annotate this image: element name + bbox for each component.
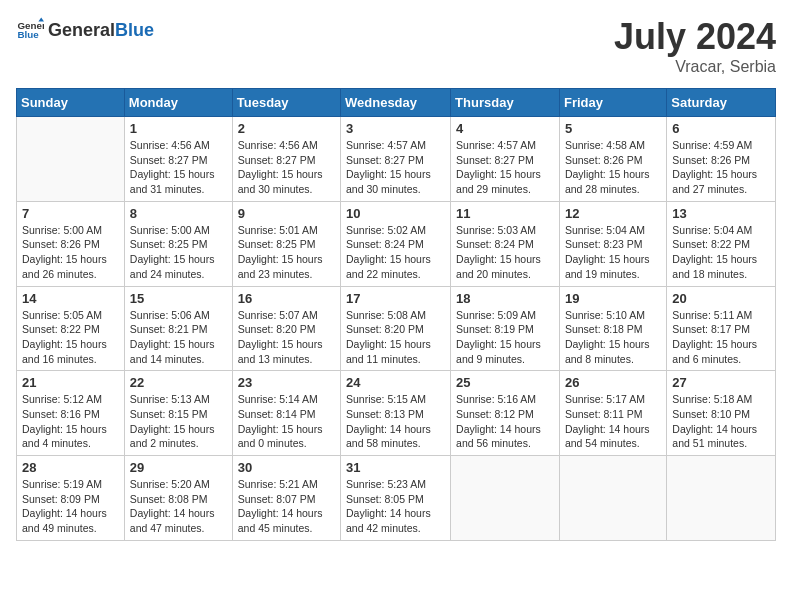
calendar-weekday-header: Tuesday <box>232 89 340 117</box>
calendar-day-cell: 26Sunrise: 5:17 AM Sunset: 8:11 PM Dayli… <box>559 371 666 456</box>
calendar-day-cell: 25Sunrise: 5:16 AM Sunset: 8:12 PM Dayli… <box>451 371 560 456</box>
day-number: 9 <box>238 206 335 221</box>
calendar-week-row: 28Sunrise: 5:19 AM Sunset: 8:09 PM Dayli… <box>17 456 776 541</box>
day-number: 23 <box>238 375 335 390</box>
calendar-day-cell: 30Sunrise: 5:21 AM Sunset: 8:07 PM Dayli… <box>232 456 340 541</box>
calendar-day-cell <box>17 117 125 202</box>
calendar-day-cell: 6Sunrise: 4:59 AM Sunset: 8:26 PM Daylig… <box>667 117 776 202</box>
day-info: Sunrise: 5:12 AM Sunset: 8:16 PM Dayligh… <box>22 392 119 451</box>
calendar-day-cell: 17Sunrise: 5:08 AM Sunset: 8:20 PM Dayli… <box>341 286 451 371</box>
day-info: Sunrise: 4:57 AM Sunset: 8:27 PM Dayligh… <box>346 138 445 197</box>
calendar-day-cell: 29Sunrise: 5:20 AM Sunset: 8:08 PM Dayli… <box>124 456 232 541</box>
day-info: Sunrise: 5:02 AM Sunset: 8:24 PM Dayligh… <box>346 223 445 282</box>
day-number: 5 <box>565 121 661 136</box>
day-number: 7 <box>22 206 119 221</box>
calendar-day-cell: 15Sunrise: 5:06 AM Sunset: 8:21 PM Dayli… <box>124 286 232 371</box>
day-number: 10 <box>346 206 445 221</box>
calendar-weekday-header: Monday <box>124 89 232 117</box>
title-block: July 2024 Vracar, Serbia <box>614 16 776 76</box>
day-info: Sunrise: 5:06 AM Sunset: 8:21 PM Dayligh… <box>130 308 227 367</box>
day-info: Sunrise: 5:20 AM Sunset: 8:08 PM Dayligh… <box>130 477 227 536</box>
calendar-day-cell: 18Sunrise: 5:09 AM Sunset: 8:19 PM Dayli… <box>451 286 560 371</box>
calendar-day-cell: 20Sunrise: 5:11 AM Sunset: 8:17 PM Dayli… <box>667 286 776 371</box>
day-info: Sunrise: 5:00 AM Sunset: 8:26 PM Dayligh… <box>22 223 119 282</box>
calendar-weekday-header: Sunday <box>17 89 125 117</box>
calendar-day-cell: 12Sunrise: 5:04 AM Sunset: 8:23 PM Dayli… <box>559 201 666 286</box>
calendar-header-row: SundayMondayTuesdayWednesdayThursdayFrid… <box>17 89 776 117</box>
day-number: 15 <box>130 291 227 306</box>
day-info: Sunrise: 4:56 AM Sunset: 8:27 PM Dayligh… <box>130 138 227 197</box>
day-number: 29 <box>130 460 227 475</box>
logo-general-text: General <box>48 20 115 41</box>
calendar-day-cell: 31Sunrise: 5:23 AM Sunset: 8:05 PM Dayli… <box>341 456 451 541</box>
day-number: 24 <box>346 375 445 390</box>
day-info: Sunrise: 5:07 AM Sunset: 8:20 PM Dayligh… <box>238 308 335 367</box>
day-info: Sunrise: 5:17 AM Sunset: 8:11 PM Dayligh… <box>565 392 661 451</box>
location-subtitle: Vracar, Serbia <box>614 58 776 76</box>
page-header: General Blue GeneralBlue July 2024 Vraca… <box>16 16 776 76</box>
day-info: Sunrise: 5:08 AM Sunset: 8:20 PM Dayligh… <box>346 308 445 367</box>
day-info: Sunrise: 5:10 AM Sunset: 8:18 PM Dayligh… <box>565 308 661 367</box>
calendar-day-cell: 2Sunrise: 4:56 AM Sunset: 8:27 PM Daylig… <box>232 117 340 202</box>
calendar-day-cell: 3Sunrise: 4:57 AM Sunset: 8:27 PM Daylig… <box>341 117 451 202</box>
month-year-title: July 2024 <box>614 16 776 58</box>
day-number: 13 <box>672 206 770 221</box>
calendar-day-cell: 21Sunrise: 5:12 AM Sunset: 8:16 PM Dayli… <box>17 371 125 456</box>
day-number: 2 <box>238 121 335 136</box>
day-info: Sunrise: 4:59 AM Sunset: 8:26 PM Dayligh… <box>672 138 770 197</box>
day-info: Sunrise: 5:03 AM Sunset: 8:24 PM Dayligh… <box>456 223 554 282</box>
calendar-day-cell: 1Sunrise: 4:56 AM Sunset: 8:27 PM Daylig… <box>124 117 232 202</box>
day-info: Sunrise: 5:16 AM Sunset: 8:12 PM Dayligh… <box>456 392 554 451</box>
calendar-day-cell: 8Sunrise: 5:00 AM Sunset: 8:25 PM Daylig… <box>124 201 232 286</box>
day-number: 30 <box>238 460 335 475</box>
day-number: 21 <box>22 375 119 390</box>
logo: General Blue GeneralBlue <box>16 16 154 44</box>
day-info: Sunrise: 5:01 AM Sunset: 8:25 PM Dayligh… <box>238 223 335 282</box>
day-info: Sunrise: 5:13 AM Sunset: 8:15 PM Dayligh… <box>130 392 227 451</box>
day-number: 19 <box>565 291 661 306</box>
day-number: 26 <box>565 375 661 390</box>
calendar-day-cell: 22Sunrise: 5:13 AM Sunset: 8:15 PM Dayli… <box>124 371 232 456</box>
day-info: Sunrise: 5:14 AM Sunset: 8:14 PM Dayligh… <box>238 392 335 451</box>
logo-blue-text: Blue <box>115 20 154 41</box>
calendar-day-cell: 14Sunrise: 5:05 AM Sunset: 8:22 PM Dayli… <box>17 286 125 371</box>
calendar-day-cell: 28Sunrise: 5:19 AM Sunset: 8:09 PM Dayli… <box>17 456 125 541</box>
day-info: Sunrise: 5:11 AM Sunset: 8:17 PM Dayligh… <box>672 308 770 367</box>
day-info: Sunrise: 4:57 AM Sunset: 8:27 PM Dayligh… <box>456 138 554 197</box>
calendar-weekday-header: Thursday <box>451 89 560 117</box>
day-number: 16 <box>238 291 335 306</box>
calendar-weekday-header: Saturday <box>667 89 776 117</box>
day-info: Sunrise: 5:05 AM Sunset: 8:22 PM Dayligh… <box>22 308 119 367</box>
day-number: 1 <box>130 121 227 136</box>
calendar-day-cell: 4Sunrise: 4:57 AM Sunset: 8:27 PM Daylig… <box>451 117 560 202</box>
day-number: 27 <box>672 375 770 390</box>
day-number: 8 <box>130 206 227 221</box>
day-info: Sunrise: 5:04 AM Sunset: 8:23 PM Dayligh… <box>565 223 661 282</box>
calendar-week-row: 21Sunrise: 5:12 AM Sunset: 8:16 PM Dayli… <box>17 371 776 456</box>
calendar-day-cell: 16Sunrise: 5:07 AM Sunset: 8:20 PM Dayli… <box>232 286 340 371</box>
calendar-day-cell <box>451 456 560 541</box>
calendar-day-cell: 5Sunrise: 4:58 AM Sunset: 8:26 PM Daylig… <box>559 117 666 202</box>
calendar-week-row: 14Sunrise: 5:05 AM Sunset: 8:22 PM Dayli… <box>17 286 776 371</box>
day-number: 25 <box>456 375 554 390</box>
calendar-week-row: 1Sunrise: 4:56 AM Sunset: 8:27 PM Daylig… <box>17 117 776 202</box>
day-info: Sunrise: 5:15 AM Sunset: 8:13 PM Dayligh… <box>346 392 445 451</box>
day-number: 31 <box>346 460 445 475</box>
day-info: Sunrise: 5:21 AM Sunset: 8:07 PM Dayligh… <box>238 477 335 536</box>
day-info: Sunrise: 5:09 AM Sunset: 8:19 PM Dayligh… <box>456 308 554 367</box>
day-number: 6 <box>672 121 770 136</box>
day-number: 12 <box>565 206 661 221</box>
calendar-day-cell: 27Sunrise: 5:18 AM Sunset: 8:10 PM Dayli… <box>667 371 776 456</box>
day-info: Sunrise: 4:56 AM Sunset: 8:27 PM Dayligh… <box>238 138 335 197</box>
day-number: 28 <box>22 460 119 475</box>
calendar-week-row: 7Sunrise: 5:00 AM Sunset: 8:26 PM Daylig… <box>17 201 776 286</box>
calendar-day-cell: 10Sunrise: 5:02 AM Sunset: 8:24 PM Dayli… <box>341 201 451 286</box>
calendar-day-cell: 23Sunrise: 5:14 AM Sunset: 8:14 PM Dayli… <box>232 371 340 456</box>
day-number: 3 <box>346 121 445 136</box>
day-info: Sunrise: 4:58 AM Sunset: 8:26 PM Dayligh… <box>565 138 661 197</box>
day-info: Sunrise: 5:00 AM Sunset: 8:25 PM Dayligh… <box>130 223 227 282</box>
day-number: 17 <box>346 291 445 306</box>
calendar-day-cell: 24Sunrise: 5:15 AM Sunset: 8:13 PM Dayli… <box>341 371 451 456</box>
day-number: 22 <box>130 375 227 390</box>
calendar-weekday-header: Friday <box>559 89 666 117</box>
